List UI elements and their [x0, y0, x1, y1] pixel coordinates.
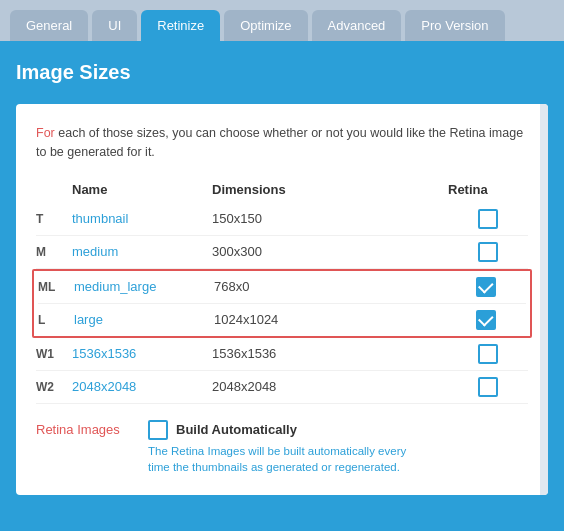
- row-dim-ml: 768x0: [214, 279, 446, 294]
- checkbox-w2[interactable]: [478, 377, 498, 397]
- row-dim-t: 150x150: [212, 211, 448, 226]
- row-dim-w1: 1536x1536: [212, 346, 448, 361]
- tab-pro-version[interactable]: Pro Version: [405, 10, 504, 41]
- page-title: Image Sizes: [16, 57, 548, 92]
- row-name-medium[interactable]: medium: [72, 244, 212, 259]
- checkbox-large[interactable]: [476, 310, 496, 330]
- col-dimensions-header: Dimensions: [212, 182, 448, 197]
- col-name-header: Name: [72, 182, 212, 197]
- row-name-large[interactable]: large: [74, 312, 214, 327]
- row-name-thumbnail[interactable]: thumbnail: [72, 211, 212, 226]
- checkbox-ml-wrap: [446, 277, 526, 297]
- row-name-medium-large[interactable]: medium_large: [74, 279, 214, 294]
- table-row: W1 1536x1536 1536x1536: [36, 338, 528, 371]
- row-dim-l: 1024x1024: [214, 312, 446, 327]
- checkbox-l-wrap: [446, 310, 526, 330]
- retina-images-row: Retina Images Build Automatically The Re…: [36, 416, 528, 475]
- tab-retinize[interactable]: Retinize: [141, 10, 220, 41]
- tab-general[interactable]: General: [10, 10, 88, 41]
- row-code-w1: W1: [36, 347, 72, 361]
- checkbox-w1[interactable]: [478, 344, 498, 364]
- scrollbar[interactable]: [540, 104, 548, 495]
- tabs-bar: General UI Retinize Optimize Advanced Pr…: [0, 0, 564, 41]
- checkbox-w2-wrap: [448, 377, 528, 397]
- col-empty: [36, 182, 72, 197]
- row-dim-w2: 2048x2048: [212, 379, 448, 394]
- checkbox-medium-large[interactable]: [476, 277, 496, 297]
- checkbox-t-wrap: [448, 209, 528, 229]
- row-code-l: L: [38, 313, 74, 327]
- row-code-w2: W2: [36, 380, 72, 394]
- tab-ui[interactable]: UI: [92, 10, 137, 41]
- row-dim-m: 300x300: [212, 244, 448, 259]
- main-content: Image Sizes For each of those sizes, you…: [0, 41, 564, 531]
- tab-advanced[interactable]: Advanced: [312, 10, 402, 41]
- checkbox-thumbnail[interactable]: [478, 209, 498, 229]
- checkbox-m-wrap: [448, 242, 528, 262]
- row-name-w2[interactable]: 2048x2048: [72, 379, 212, 394]
- retina-images-label: Retina Images: [36, 420, 136, 437]
- row-name-w1[interactable]: 1536x1536: [72, 346, 212, 361]
- checkbox-build-auto[interactable]: [148, 420, 168, 440]
- row-code-t: T: [36, 212, 72, 226]
- row-code-m: M: [36, 245, 72, 259]
- table-row: T thumbnail 150x150: [36, 203, 528, 236]
- row-code-ml: ML: [38, 280, 74, 294]
- build-auto-label: Build Automatically: [176, 422, 297, 437]
- highlighted-group: ML medium_large 768x0 L large 1024x1024: [32, 269, 532, 338]
- retina-auto-wrap: Build Automatically The Retina Images wi…: [148, 420, 428, 475]
- table-row: M medium 300x300: [36, 236, 528, 269]
- desc-for: For: [36, 126, 55, 140]
- table-row: L large 1024x1024: [38, 304, 526, 336]
- table-row: ML medium_large 768x0: [38, 271, 526, 304]
- retina-auto-top: Build Automatically: [148, 420, 428, 440]
- tab-optimize[interactable]: Optimize: [224, 10, 307, 41]
- checkbox-w1-wrap: [448, 344, 528, 364]
- description-text: For each of those sizes, you can choose …: [36, 124, 528, 162]
- table-header: Name Dimensions Retina: [36, 178, 528, 203]
- desc-rest: each of those sizes, you can choose whet…: [36, 126, 523, 159]
- image-sizes-card: For each of those sizes, you can choose …: [16, 104, 548, 495]
- table-row: W2 2048x2048 2048x2048: [36, 371, 528, 404]
- build-auto-desc: The Retina Images will be built automati…: [148, 443, 428, 475]
- checkbox-medium[interactable]: [478, 242, 498, 262]
- col-retina-header: Retina: [448, 182, 528, 197]
